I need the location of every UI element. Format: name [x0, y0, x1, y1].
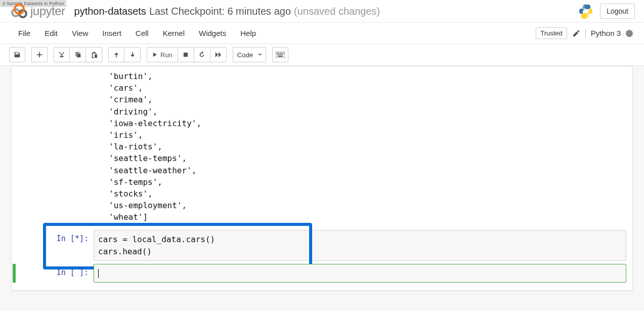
output-line: 'burtin',	[109, 70, 626, 82]
logout-button[interactable]: Logout	[600, 4, 635, 19]
output-line: 'cars',	[109, 82, 626, 94]
svg-rect-10	[279, 54, 280, 55]
svg-rect-7	[281, 53, 282, 54]
toolbar: Run Code	[0, 44, 644, 66]
output-line: 'iowa-electricity',	[109, 118, 626, 129]
output-line: 'iris',	[109, 129, 626, 141]
output-line: 'seattle-weather',	[109, 165, 626, 176]
move-up-button[interactable]	[108, 47, 124, 62]
browser-tab-label: d Sample Datasets in Python	[0, 0, 66, 7]
notebook-title[interactable]: python-datasets	[74, 6, 146, 17]
notebook-container[interactable]: 'burtin', 'cars', 'crimea', 'driving', '…	[11, 66, 633, 291]
cell-code[interactable]: cars = local_data.cars() cars.head()	[98, 234, 622, 257]
menu-edit[interactable]: Edit	[37, 27, 65, 40]
code-cell-running[interactable]: In [*]: cars = local_data.cars() cars.he…	[18, 230, 626, 260]
svg-rect-4	[277, 53, 278, 54]
restart-button[interactable]	[194, 47, 210, 62]
svg-rect-2	[184, 53, 188, 57]
kernel-status-icon	[626, 30, 633, 37]
notebook-header: jupyter python-datasets Last Checkpoint:…	[0, 0, 644, 22]
svg-rect-6	[280, 53, 281, 54]
cell-prompt: In [*]:	[18, 230, 94, 260]
output-line: 'us-employment',	[109, 200, 626, 211]
add-cell-button[interactable]	[31, 47, 48, 62]
jupyter-logo-icon	[11, 3, 27, 19]
menu-insert[interactable]: Insert	[95, 27, 128, 40]
cut-button[interactable]	[54, 47, 70, 62]
cell-type-select[interactable]: Code	[233, 47, 266, 62]
menu-bar: File Edit View Insert Cell Kernel Widget…	[0, 22, 644, 44]
output-line: 'stocks',	[109, 188, 626, 200]
svg-rect-5	[278, 53, 279, 54]
svg-rect-8	[283, 53, 284, 54]
output-line: 'seattle-temps',	[109, 152, 626, 164]
copy-button[interactable]	[70, 47, 86, 62]
unsaved-changes-text: (unsaved changes)	[294, 6, 380, 17]
command-palette-button[interactable]	[272, 47, 288, 62]
run-button[interactable]: Run	[147, 47, 178, 62]
separator	[585, 28, 586, 38]
svg-point-1	[587, 15, 588, 16]
code-cell-empty[interactable]: In [ ]:	[18, 264, 626, 283]
menu-file[interactable]: File	[11, 27, 37, 40]
interrupt-button[interactable]	[178, 47, 194, 62]
checkpoint-text: Last Checkpoint: 6 minutes ago	[149, 6, 291, 17]
text-cursor	[98, 269, 99, 278]
menu-widgets[interactable]: Widgets	[192, 27, 233, 40]
svg-rect-11	[280, 54, 281, 55]
cell-code[interactable]	[98, 267, 622, 279]
kernel-name[interactable]: Python 3	[591, 29, 621, 37]
svg-rect-9	[277, 54, 278, 55]
cell-input[interactable]: cars = local_data.cars() cars.head()	[94, 230, 626, 260]
svg-rect-13	[278, 56, 283, 57]
python-logo-icon	[578, 3, 594, 19]
trusted-indicator[interactable]: Trusted	[536, 27, 567, 39]
output-line: 'la-riots',	[109, 141, 626, 152]
menu-view[interactable]: View	[65, 27, 95, 40]
output-line: 'driving',	[109, 106, 626, 118]
run-button-label: Run	[160, 51, 173, 59]
paste-button[interactable]	[86, 47, 102, 62]
move-down-button[interactable]	[124, 47, 141, 62]
cell-prompt: In [ ]:	[18, 264, 94, 283]
output-line: 'wheat']	[109, 211, 626, 223]
svg-point-0	[583, 6, 584, 7]
cell-input[interactable]	[94, 264, 626, 283]
output-line: 'sf-temps',	[109, 176, 626, 188]
restart-run-all-button[interactable]	[210, 47, 227, 62]
menu-cell[interactable]: Cell	[128, 27, 156, 40]
cell-output: 'burtin', 'cars', 'crimea', 'driving', '…	[18, 70, 626, 227]
output-line: 'crimea',	[109, 94, 626, 105]
edit-icon[interactable]	[572, 29, 580, 37]
save-button[interactable]	[9, 47, 25, 62]
menu-kernel[interactable]: Kernel	[156, 27, 192, 40]
menu-help[interactable]: Help	[233, 27, 263, 40]
svg-rect-12	[282, 54, 283, 55]
